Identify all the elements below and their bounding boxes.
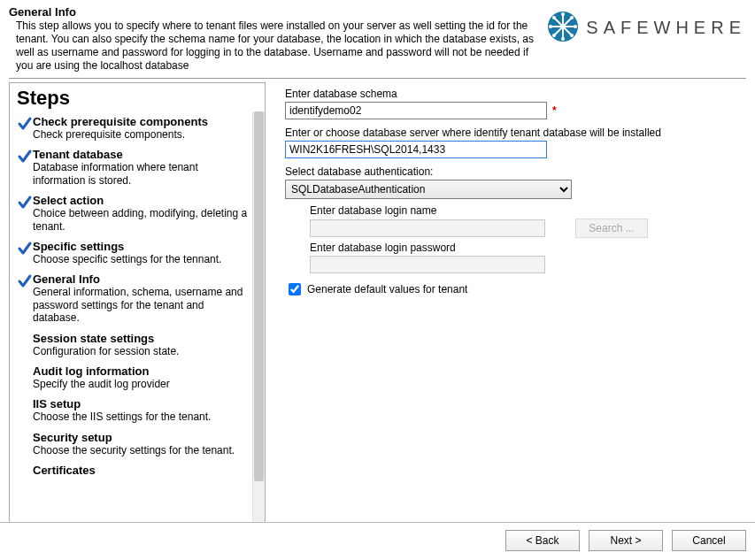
auth-select[interactable]: SQLDatabaseAuthentication bbox=[285, 180, 572, 199]
check-icon bbox=[17, 332, 33, 333]
check-icon bbox=[17, 148, 33, 167]
step-description: Choose the IIS settings for the tenant. bbox=[33, 410, 252, 423]
schema-label: Enter database schema bbox=[285, 88, 741, 100]
search-button[interactable]: Search ... bbox=[575, 219, 648, 238]
auth-label: Select database authentication: bbox=[285, 165, 741, 178]
check-icon bbox=[17, 194, 33, 213]
form-panel: Enter database schema * Enter or choose … bbox=[266, 82, 746, 518]
page-title: General Info bbox=[9, 5, 540, 19]
check-icon bbox=[17, 115, 33, 134]
step-title: Specific settings bbox=[33, 240, 252, 253]
next-button[interactable]: Next > bbox=[589, 530, 663, 551]
check-icon bbox=[17, 364, 33, 365]
server-input[interactable] bbox=[285, 141, 547, 158]
step-title: General Info bbox=[33, 272, 252, 286]
step-title: Session state settings bbox=[33, 332, 252, 345]
svg-point-7 bbox=[549, 25, 552, 28]
svg-point-6 bbox=[561, 37, 565, 41]
step-title: IIS setup bbox=[33, 397, 252, 410]
step-item[interactable]: Tenant databaseDatabase information wher… bbox=[17, 148, 252, 187]
login-name-input[interactable] bbox=[310, 219, 545, 237]
step-description: Choose specific settings for the tennant… bbox=[33, 253, 252, 265]
brand-name: SAFEWHERE bbox=[586, 18, 746, 38]
login-password-input[interactable] bbox=[310, 256, 545, 273]
divider bbox=[9, 78, 746, 79]
step-item[interactable]: General InfoGeneral information, schema,… bbox=[17, 272, 252, 324]
cancel-button[interactable]: Cancel bbox=[672, 530, 746, 551]
step-item[interactable]: Certificates bbox=[17, 464, 252, 477]
step-description: Database information where tenant inform… bbox=[33, 161, 252, 187]
page-description: This step allows you to specify where to… bbox=[9, 19, 540, 73]
step-description: Choose the security settings for the ten… bbox=[33, 444, 252, 456]
svg-point-10 bbox=[570, 34, 574, 37]
svg-point-5 bbox=[561, 12, 565, 16]
check-icon bbox=[17, 397, 33, 398]
step-description: Specify the audit log provider bbox=[33, 378, 252, 390]
step-title: Select action bbox=[33, 194, 252, 207]
step-title: Security setup bbox=[33, 431, 252, 444]
server-label: Enter or choose database server where id… bbox=[285, 127, 741, 139]
steps-heading: Steps bbox=[10, 83, 265, 115]
check-icon bbox=[17, 240, 33, 259]
back-button[interactable]: < Back bbox=[505, 530, 580, 551]
step-description: Choice between adding, modifying, deleti… bbox=[33, 207, 252, 233]
wizard-footer: < Back Next > Cancel bbox=[0, 522, 755, 560]
step-description: Check prerequisite components. bbox=[33, 128, 252, 141]
login-pass-label: Enter database login password bbox=[310, 242, 741, 254]
generate-defaults-label[interactable]: Generate default values for tenant bbox=[307, 283, 467, 295]
login-name-label: Enter database login name bbox=[310, 204, 741, 217]
step-item[interactable]: IIS setupChoose the IIS settings for the… bbox=[17, 397, 252, 423]
step-item[interactable]: Check prerequisite componentsCheck prere… bbox=[17, 115, 252, 141]
svg-point-8 bbox=[574, 25, 577, 28]
step-description: General information, schema, username an… bbox=[33, 286, 252, 324]
step-title: Tenant database bbox=[33, 148, 252, 161]
step-title: Certificates bbox=[33, 464, 252, 477]
svg-point-11 bbox=[570, 16, 574, 19]
check-icon bbox=[17, 464, 33, 464]
wizard-header: General Info This step allows you to spe… bbox=[0, 0, 755, 76]
step-description: Configuration for session state. bbox=[33, 345, 252, 357]
required-icon: * bbox=[552, 104, 557, 117]
step-title: Check prerequisite components bbox=[33, 115, 252, 128]
step-item[interactable]: Session state settingsConfiguration for … bbox=[17, 332, 252, 357]
schema-input[interactable] bbox=[285, 102, 547, 119]
step-item[interactable]: Security setupChoose the security settin… bbox=[17, 431, 252, 456]
step-title: Audit log information bbox=[33, 364, 252, 378]
step-item[interactable]: Select actionChoice between adding, modi… bbox=[17, 194, 252, 233]
check-icon bbox=[17, 431, 33, 432]
svg-point-9 bbox=[552, 16, 556, 19]
brand-icon bbox=[547, 11, 579, 45]
steps-panel: Steps Check prerequisite componentsCheck… bbox=[9, 82, 266, 522]
check-icon bbox=[17, 272, 33, 292]
brand-logo: SAFEWHERE bbox=[547, 5, 746, 45]
generate-defaults-checkbox[interactable] bbox=[289, 283, 301, 295]
steps-scrollbar[interactable] bbox=[252, 111, 265, 522]
step-item[interactable]: Specific settingsChoose specific setting… bbox=[17, 240, 252, 265]
step-item[interactable]: Audit log informationSpecify the audit l… bbox=[17, 364, 252, 390]
svg-point-12 bbox=[552, 34, 556, 37]
